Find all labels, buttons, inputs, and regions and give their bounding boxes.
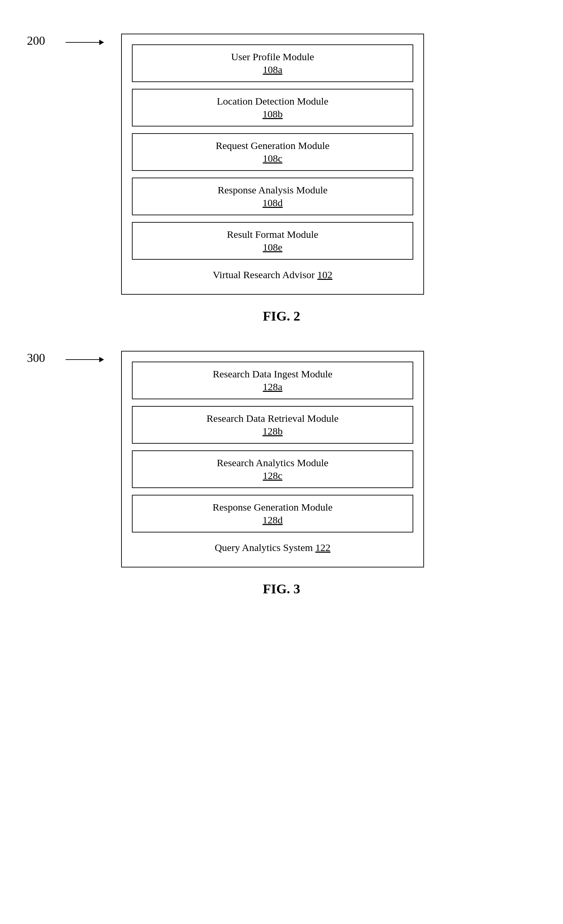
fig2-outer-label-ref: 102 xyxy=(317,269,332,280)
fig2-module-1-ref: 108a xyxy=(139,64,406,75)
fig2-ref-label: 200 xyxy=(27,34,45,48)
fig3-outer-label: Query Analytics System 122 xyxy=(132,542,413,554)
fig2-outer-box: User Profile Module 108a Location Detect… xyxy=(121,34,424,295)
fig2-caption: FIG. 2 xyxy=(27,308,536,324)
fig3-outer-label-text: Query Analytics System xyxy=(215,542,315,553)
fig2-diagram-container: 200 User Profile Module 108a Location De… xyxy=(27,34,536,295)
fig3-diagram-container: 300 Research Data Ingest Module 128a Res… xyxy=(27,351,536,567)
fig3-ref-label: 300 xyxy=(27,351,45,365)
fig3-module-2-ref: 128b xyxy=(139,426,406,437)
fig3-outer-box: Research Data Ingest Module 128a Researc… xyxy=(121,351,424,567)
fig3-module-1-title: Research Data Ingest Module xyxy=(139,368,406,380)
fig3-module-2: Research Data Retrieval Module 128b xyxy=(132,406,413,444)
fig2-module-4-title: Response Analysis Module xyxy=(139,184,406,196)
fig2-module-5-ref: 108e xyxy=(139,242,406,253)
fig2-outer-label-text: Virtual Research Advisor xyxy=(213,269,317,280)
fig2-module-3: Request Generation Module 108c xyxy=(132,133,413,171)
fig2-arrow-line xyxy=(66,42,99,43)
fig3-arrow xyxy=(66,357,104,362)
fig3-module-2-title: Research Data Retrieval Module xyxy=(139,413,406,424)
fig3-module-1: Research Data Ingest Module 128a xyxy=(132,362,413,399)
fig2-module-3-title: Request Generation Module xyxy=(139,140,406,152)
fig3-module-4-ref: 128d xyxy=(139,514,406,526)
fig3-module-1-ref: 128a xyxy=(139,381,406,393)
fig3-arrow-head xyxy=(99,357,104,362)
fig3-module-4: Response Generation Module 128d xyxy=(132,495,413,532)
fig3-section: 300 Research Data Ingest Module 128a Res… xyxy=(27,351,536,597)
fig2-module-3-ref: 108c xyxy=(139,153,406,164)
fig2-module-5: Result Format Module 108e xyxy=(132,222,413,260)
fig2-module-2-ref: 108b xyxy=(139,108,406,120)
fig3-arrow-line xyxy=(66,359,99,360)
fig3-module-4-title: Response Generation Module xyxy=(139,501,406,513)
fig2-module-5-title: Result Format Module xyxy=(139,229,406,240)
fig3-module-3-ref: 128c xyxy=(139,470,406,482)
fig2-module-2: Location Detection Module 108b xyxy=(132,89,413,126)
fig2-module-1: User Profile Module 108a xyxy=(132,44,413,82)
page: 200 User Profile Module 108a Location De… xyxy=(0,0,563,924)
fig3-caption: FIG. 3 xyxy=(27,581,536,597)
fig2-module-4-ref: 108d xyxy=(139,197,406,208)
fig2-module-4: Response Analysis Module 108d xyxy=(132,178,413,215)
fig3-outer-label-ref: 122 xyxy=(315,542,330,553)
fig3-module-3: Research Analytics Module 128c xyxy=(132,450,413,488)
fig2-arrow xyxy=(66,40,104,45)
fig2-outer-label: Virtual Research Advisor 102 xyxy=(132,269,413,280)
fig2-module-1-title: User Profile Module xyxy=(139,51,406,63)
fig2-section: 200 User Profile Module 108a Location De… xyxy=(27,34,536,324)
fig2-arrow-head xyxy=(99,40,104,45)
fig3-module-3-title: Research Analytics Module xyxy=(139,457,406,468)
fig2-module-2-title: Location Detection Module xyxy=(139,96,406,107)
